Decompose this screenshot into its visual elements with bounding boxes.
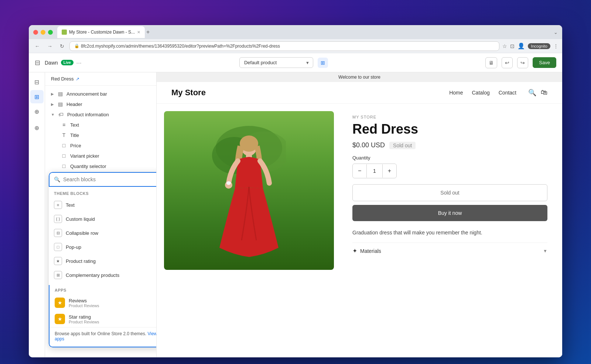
sidebar-item-quantity-selector[interactable]: □ Quantity selector [45, 161, 156, 171]
custom-liquid-label: Custom liquid [66, 216, 95, 222]
materials-chevron-icon: ▼ [543, 248, 547, 254]
text-block-icon: ≡ [54, 201, 62, 209]
reload-button[interactable]: ↻ [58, 42, 66, 51]
quantity-decrease-button[interactable]: − [353, 164, 366, 178]
store-preview: Welcome to our store My Store Home Catal… [157, 72, 562, 357]
apps-footer: Browse apps built for Online Store 2.0 t… [49, 327, 157, 345]
sidebar-item-title[interactable]: T Title [45, 130, 156, 140]
chevron-down-icon: ▼ [51, 113, 55, 117]
forward-button[interactable]: → [45, 42, 55, 51]
materials-row-label: ✦ Materials [352, 247, 381, 254]
quantity-increase-button[interactable]: + [383, 164, 396, 178]
sidebar-item-price[interactable]: □ Price [45, 140, 156, 151]
quantity-value: 1 [366, 164, 382, 178]
left-panel: Red Dress ↗ ▶ ▤ Announcement bar ▶ ▤ [45, 72, 157, 357]
star-rating-app-sub: Product Reviews [69, 320, 157, 324]
sections-icon-button[interactable]: ⊞ [30, 90, 44, 103]
reviews-app-info: Reviews Product Reviews [69, 298, 157, 308]
quantity-label: Quantity [352, 155, 547, 161]
menu-icon[interactable]: ⋮ [553, 43, 558, 49]
sold-out-badge: Sold out [389, 142, 416, 149]
block-product-rating[interactable]: ★ Product rating [49, 254, 157, 268]
text-block-label: Text [66, 202, 75, 208]
browser-actions: ☆ ⊡ 👤 Incognito ⋮ [502, 42, 558, 49]
svg-point-7 [226, 181, 231, 185]
title-icon: T [61, 132, 67, 138]
redo-button[interactable]: ↪ [517, 57, 528, 68]
block-custom-liquid[interactable]: { } Custom liquid [49, 212, 157, 226]
lock-icon: 🔒 [74, 44, 79, 48]
nav-catalog[interactable]: Catalog [472, 90, 489, 96]
apps-footer-text: Browse apps built for Online Store 2.0 t… [55, 331, 146, 336]
sidebar-item-variant-picker[interactable]: □ Variant picker [45, 151, 156, 161]
sidebar-item-header[interactable]: ▶ ▤ Header [45, 99, 156, 109]
popup-icon: □ [54, 243, 62, 251]
breadcrumb-title: Red Dress [51, 76, 74, 82]
sidebar-item-product-info[interactable]: ▼ 🏷 Product information [45, 109, 156, 120]
minimize-button[interactable] [41, 30, 45, 35]
star-rating-app-info: Star rating Product Reviews [69, 314, 157, 324]
collapsible-row-label: Collapsible row [66, 230, 98, 236]
store-announcement: Welcome to our store [157, 72, 562, 82]
tab-close-button[interactable]: ✕ [137, 30, 140, 35]
quantity-selector-icon: □ [61, 163, 67, 169]
bookmark-icon[interactable]: ☆ [502, 43, 507, 49]
header-icon: ▤ [57, 101, 64, 107]
product-layout: MY STORE Red Dress $0.00 USD Sold out Qu… [157, 104, 562, 277]
breadcrumb-link[interactable]: ↗ [76, 76, 79, 82]
theme-name: Dawn [45, 60, 58, 66]
star-rating-app-icon: ★ [55, 314, 65, 324]
reviews-app-name: Reviews [69, 298, 157, 303]
complementary-label: Complementary products [66, 272, 119, 278]
tab-bar: My Store - Customize Dawn - S... ✕ + ⌄ [29, 25, 562, 39]
address-bar: ← → ↻ 🔒 8fc2cd.myshopify.com/admin/theme… [29, 39, 562, 53]
nav-contact[interactable]: Contact [499, 90, 516, 96]
search-icon[interactable]: 🔍 [528, 89, 536, 97]
product-info: MY STORE Red Dress $0.00 USD Sold out Qu… [345, 111, 555, 270]
app-star-rating[interactable]: ★ Star rating Product Reviews [49, 311, 157, 327]
product-rating-label: Product rating [66, 258, 96, 264]
undo-button[interactable]: ↩ [502, 57, 513, 68]
sidebar-item-announcement-bar[interactable]: ▶ ▤ Announcement bar [45, 89, 156, 99]
app-reviews[interactable]: ★ Reviews Product Reviews [49, 295, 157, 311]
block-complementary[interactable]: ⊞ Complementary products [49, 268, 157, 282]
more-options-button[interactable]: ··· [76, 60, 82, 66]
sidebar-item-text[interactable]: ≡ Text [45, 120, 156, 130]
store-nav-icons: 🔍 🛍 [528, 89, 547, 97]
address-input[interactable]: 🔒 8fc2cd.myshopify.com/admin/themes/1364… [69, 41, 499, 51]
product-selector[interactable]: Default product [239, 57, 313, 68]
apps-icon-button[interactable]: ⊕ [30, 121, 44, 134]
save-button[interactable]: Save [533, 57, 556, 68]
block-popup[interactable]: □ Pop-up [49, 240, 157, 254]
nav-back-button[interactable]: ⊟ [35, 59, 40, 67]
new-tab-button[interactable]: + [146, 29, 150, 35]
nav-home[interactable]: Home [449, 90, 463, 96]
search-blocks-input[interactable] [63, 176, 157, 182]
block-collapsible-row[interactable]: ⊟ Collapsible row [49, 226, 157, 240]
add-section-icon-button[interactable]: ⊕ [30, 105, 44, 118]
reviews-app-sub: Product Reviews [69, 303, 157, 308]
announcement-bar-icon: ▤ [57, 91, 64, 97]
price-label: Price [70, 143, 81, 148]
back-button[interactable]: ← [33, 42, 42, 51]
grid-view-button[interactable]: ⊞ [318, 58, 328, 68]
live-badge: Live [61, 60, 74, 65]
apps-section: APPS ★ Reviews Product Reviews ★ Star r [49, 285, 157, 347]
profile-icon[interactable]: 👤 [517, 42, 525, 49]
block-text[interactable]: ≡ Text [49, 198, 157, 212]
variant-picker-label: Variant picker [70, 153, 99, 159]
product-image-svg [212, 126, 286, 270]
product-title: Red Dress [352, 121, 547, 137]
buy-now-button[interactable]: Buy it now [352, 205, 547, 221]
chevron-right-icon: ▶ [51, 92, 54, 96]
materials-row[interactable]: ✦ Materials ▼ [352, 243, 547, 259]
screen-icon[interactable]: ⊡ [510, 43, 515, 49]
product-rating-icon: ★ [54, 257, 62, 265]
cart-icon[interactable]: 🛍 [541, 89, 547, 97]
active-tab[interactable]: My Store - Customize Dawn - S... ✕ [57, 26, 145, 38]
nav-icon-button[interactable]: ⊟ [30, 75, 44, 89]
tab-collapse-button[interactable]: ⌄ [554, 30, 558, 35]
desktop-view-button[interactable]: 🖥 [485, 57, 497, 68]
maximize-button[interactable] [48, 30, 53, 35]
close-button[interactable] [33, 30, 38, 35]
